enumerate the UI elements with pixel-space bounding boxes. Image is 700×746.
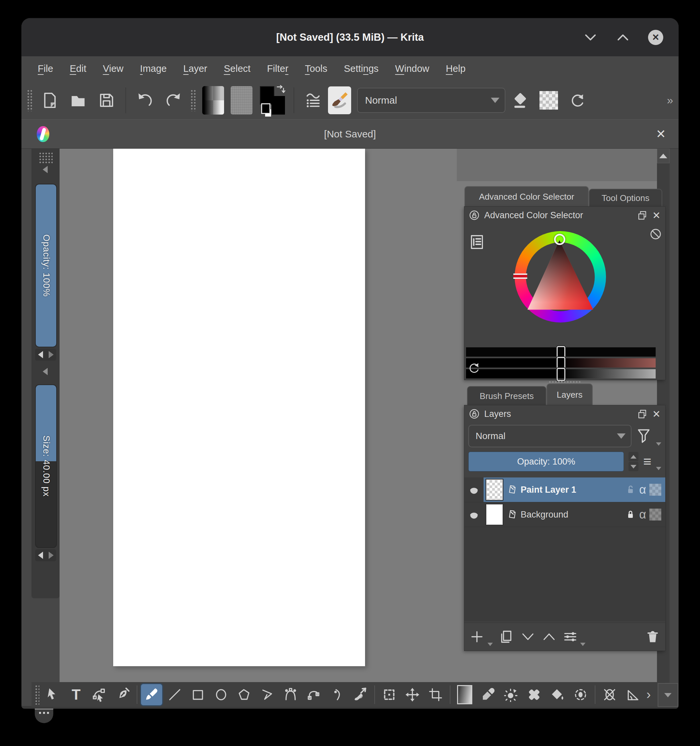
opacity-down-button[interactable]: [628, 462, 638, 471]
layer-blending-mode-select[interactable]: Normal: [468, 425, 631, 447]
properties-dropdown-arrow-icon[interactable]: [580, 643, 586, 646]
panel-collapse-knob[interactable]: [35, 708, 53, 723]
brush-presets-button[interactable]: [328, 86, 351, 114]
redo-button[interactable]: [160, 85, 187, 116]
add-layer-dropdown-arrow-icon[interactable]: [488, 643, 493, 646]
tool-gradient[interactable]: [453, 683, 476, 706]
alpha-channel-icon[interactable]: α: [639, 483, 646, 497]
shade-bar-1[interactable]: [466, 347, 656, 356]
layer-thumbnail[interactable]: [486, 480, 503, 500]
layer-row-paint-layer-1[interactable]: Paint Layer 1 α: [464, 477, 665, 502]
tool-dynamic-brush[interactable]: [325, 683, 348, 706]
reset-colors-black[interactable]: [261, 103, 270, 114]
opacity-slider[interactable]: Opacity: 100%: [35, 184, 57, 347]
tool-crop[interactable]: [424, 683, 447, 706]
tool-measure[interactable]: [621, 683, 644, 706]
tool-assistants[interactable]: [598, 683, 621, 706]
menu-view[interactable]: View: [95, 63, 132, 74]
opacity-increase-button[interactable]: [46, 349, 56, 361]
tab-brush-presets[interactable]: Brush Presets: [467, 386, 547, 405]
docker-header[interactable]: Advanced Color Selector ✕: [464, 207, 665, 224]
toolbar-overflow-button[interactable]: »: [667, 94, 673, 107]
close-button[interactable]: ✕: [648, 30, 663, 45]
scroll-down-button[interactable]: [658, 683, 678, 707]
tool-color-sampler[interactable]: [476, 683, 499, 706]
gradient-chooser[interactable]: [202, 86, 224, 114]
tool-fill[interactable]: [546, 683, 569, 706]
toolbox-drag-handle[interactable]: [35, 685, 39, 705]
tool-text[interactable]: T: [65, 683, 88, 706]
tool-ellipse[interactable]: [209, 683, 233, 706]
layer-properties-icon[interactable]: [563, 629, 578, 644]
menu-tools[interactable]: Tools: [297, 63, 336, 74]
opacity-spinner[interactable]: [35, 349, 56, 361]
foreground-background-colors[interactable]: [260, 86, 285, 114]
hue-marker[interactable]: [513, 274, 527, 279]
panel-drag-handle[interactable]: [39, 152, 53, 163]
float-docker-icon[interactable]: [637, 210, 648, 221]
size-increase-button[interactable]: [46, 549, 56, 561]
size-decrease-button[interactable]: [35, 549, 46, 561]
pattern-chooser[interactable]: [231, 86, 252, 114]
document-tab-bar[interactable]: [Not Saved] ✕: [21, 119, 679, 149]
tool-transform[interactable]: [378, 683, 401, 706]
menu-image[interactable]: Image: [132, 63, 175, 74]
layer-filter-icon[interactable]: [636, 428, 651, 444]
update-shades-icon[interactable]: [468, 362, 481, 375]
maximize-button[interactable]: [616, 30, 630, 45]
collapse-arrow-icon-2[interactable]: [43, 368, 48, 375]
locked-icon[interactable]: [625, 509, 636, 520]
unlocked-icon[interactable]: [625, 484, 636, 495]
move-layer-down-icon[interactable]: [521, 629, 535, 644]
tool-freehand-path[interactable]: [302, 683, 325, 706]
open-document-button[interactable]: [65, 85, 92, 116]
tool-freehand-brush[interactable]: [140, 683, 163, 706]
layer-options-menu-icon[interactable]: ≡: [643, 455, 651, 469]
alpha-channel-icon[interactable]: α: [639, 508, 646, 522]
tool-smart-patch[interactable]: [523, 683, 546, 706]
menu-select[interactable]: Select: [215, 63, 259, 74]
alpha-inherit-icon[interactable]: [649, 508, 661, 520]
shade-bar-3[interactable]: [466, 369, 656, 379]
layer-thumbnail[interactable]: [486, 504, 503, 525]
docker-close-button[interactable]: ✕: [652, 210, 661, 221]
save-button[interactable]: [93, 85, 120, 116]
add-layer-icon[interactable]: [470, 629, 484, 644]
docker-close-button[interactable]: ✕: [652, 408, 661, 420]
tab-tool-options[interactable]: Tool Options: [589, 189, 662, 207]
undo-button[interactable]: [131, 85, 159, 116]
preserve-alpha-button[interactable]: [535, 85, 562, 116]
no-color-icon[interactable]: [649, 228, 662, 241]
background-color-swatch[interactable]: [272, 96, 285, 114]
document-close-button[interactable]: ✕: [656, 127, 666, 141]
layers-docker-header[interactable]: Layers ✕: [464, 405, 665, 423]
layer-visibility-toggle[interactable]: [464, 477, 484, 502]
tool-bezier-curve[interactable]: [279, 683, 302, 706]
layer-name[interactable]: Background: [521, 510, 625, 520]
opacity-spin-buttons[interactable]: [628, 452, 638, 471]
color-marker[interactable]: [554, 234, 565, 245]
layer-name[interactable]: Paint Layer 1: [521, 485, 625, 495]
tool-move[interactable]: [401, 683, 424, 706]
reload-preset-button[interactable]: [564, 85, 591, 116]
title-bar[interactable]: [Not Saved] (33.5 MiB) — Krita ✕: [21, 18, 679, 56]
tab-advanced-color-selector[interactable]: Advanced Color Selector: [464, 186, 589, 207]
tool-calligraphy[interactable]: [111, 683, 134, 706]
toolbar-drag-handle-2[interactable]: [190, 89, 196, 111]
size-spinner[interactable]: [35, 549, 56, 561]
float-docker-icon[interactable]: [637, 409, 648, 419]
minimize-button[interactable]: [583, 30, 598, 45]
docker-splitter-handle[interactable]: [548, 381, 581, 383]
menu-window[interactable]: Window: [387, 63, 437, 74]
layer-opacity-slider[interactable]: Opacity: 100%: [468, 452, 624, 472]
tool-multibrush[interactable]: [348, 683, 372, 706]
move-layer-up-icon[interactable]: [542, 629, 556, 644]
tool-colorize-mask[interactable]: [499, 683, 523, 706]
delete-layer-icon[interactable]: [645, 629, 660, 644]
brush-settings-button[interactable]: [299, 85, 327, 116]
tab-layers[interactable]: Layers: [547, 384, 593, 405]
duplicate-layer-icon[interactable]: [499, 629, 514, 644]
tool-enclose-fill[interactable]: [569, 683, 592, 706]
layer-visibility-toggle[interactable]: [464, 502, 484, 527]
eraser-mode-button[interactable]: [507, 85, 534, 116]
